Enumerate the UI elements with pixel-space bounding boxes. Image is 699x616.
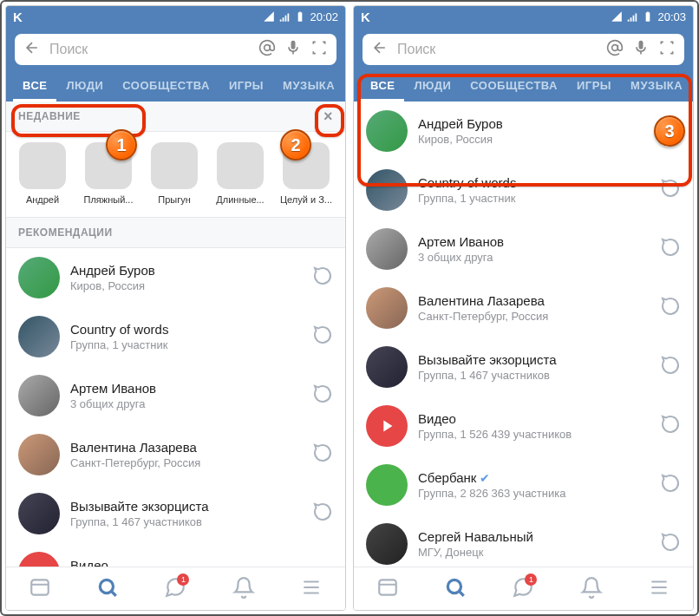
tab-communities[interactable]: СООБЩЕСТВА xyxy=(461,70,567,102)
message-icon[interactable] xyxy=(660,296,681,320)
phone-right: K 20:03 Поиск xyxy=(353,5,694,611)
list-item[interactable]: Country of words Группа, 1 участник xyxy=(354,161,693,220)
item-title: Артем Иванов xyxy=(418,234,650,249)
item-title: Валентина Лазарева xyxy=(418,293,650,308)
nav-menu-icon[interactable] xyxy=(300,576,323,602)
at-icon[interactable] xyxy=(606,39,624,60)
recent-item[interactable]: Длинные... xyxy=(212,142,268,205)
message-icon[interactable] xyxy=(660,532,681,556)
list-item[interactable]: Видео Группа, 1 526 439 участников xyxy=(6,543,345,567)
recents-header: НЕДАВНИЕ × xyxy=(6,102,345,132)
svg-rect-4 xyxy=(379,580,396,594)
list-item[interactable]: Видео Группа, 1 526 439 участников xyxy=(354,396,693,455)
list-item[interactable]: Сбербанк✔ Группа, 2 826 363 участника xyxy=(354,455,693,514)
tab-all[interactable]: ВСЕ xyxy=(13,70,56,102)
signal-icon xyxy=(263,10,275,23)
item-title: Country of words xyxy=(418,175,650,190)
tab-music[interactable]: МУЗЫКА xyxy=(273,70,344,102)
qr-icon[interactable] xyxy=(658,39,676,60)
nav-messages-icon[interactable]: 1 xyxy=(164,576,186,602)
recent-thumb xyxy=(85,142,132,189)
search-wrap: Поиск xyxy=(354,27,693,70)
item-sub: Группа, 1 526 439 участников xyxy=(418,428,650,441)
search-bar[interactable]: Поиск xyxy=(363,34,684,65)
item-sub: Киров, Россия xyxy=(70,279,302,292)
nav-notifications-icon[interactable] xyxy=(232,576,255,602)
message-icon[interactable] xyxy=(660,119,681,143)
message-icon[interactable] xyxy=(312,383,333,408)
nav-messages-icon[interactable]: 1 xyxy=(512,576,534,602)
avatar xyxy=(366,405,408,447)
avatar xyxy=(366,346,408,388)
status-k: K xyxy=(361,10,370,24)
item-sub: Группа, 1 467 участников xyxy=(418,369,650,382)
qr-icon[interactable] xyxy=(310,39,328,60)
status-time: 20:03 xyxy=(657,10,686,23)
mic-icon[interactable] xyxy=(284,39,302,60)
message-icon[interactable] xyxy=(660,355,681,379)
nav-search-icon[interactable] xyxy=(444,576,467,602)
nav-search-icon[interactable] xyxy=(96,576,119,602)
avatar xyxy=(366,169,408,211)
tab-games[interactable]: ИГРЫ xyxy=(219,70,273,102)
list-item[interactable]: Country of words Группа, 1 участник xyxy=(6,307,345,366)
nav-badge: 1 xyxy=(525,573,537,586)
avatar xyxy=(18,375,60,416)
message-icon[interactable] xyxy=(660,178,681,202)
list-item[interactable]: Вызывайте экзорциста Группа, 1 467 участ… xyxy=(6,484,345,543)
item-title: Андрей Буров xyxy=(70,263,302,278)
back-icon[interactable] xyxy=(371,39,389,60)
list-item[interactable]: Вызывайте экзорциста Группа, 1 467 участ… xyxy=(354,337,693,396)
message-icon[interactable] xyxy=(660,237,681,261)
recents-row[interactable]: Андрей Пляжный... Прыгун Длинные... Целу… xyxy=(6,132,345,218)
signal-icon xyxy=(611,10,623,23)
tab-music[interactable]: МУЗЫКА xyxy=(621,70,692,102)
recent-item[interactable]: Пляжный... xyxy=(81,142,136,205)
search-input[interactable]: Поиск xyxy=(397,42,598,57)
clear-recents-icon[interactable]: × xyxy=(323,110,333,122)
message-icon[interactable] xyxy=(660,473,681,497)
list-item[interactable]: Артем Иванов 3 общих друга xyxy=(6,366,345,425)
cellular-icon xyxy=(278,10,291,23)
tab-games[interactable]: ИГРЫ xyxy=(567,70,621,102)
item-sub: Группа, 1 участник xyxy=(70,338,302,351)
list-item[interactable]: Андрей Буров Киров, Россия xyxy=(354,102,693,161)
search-bar[interactable]: Поиск xyxy=(15,34,336,65)
message-icon[interactable] xyxy=(312,501,333,526)
list-item[interactable]: Андрей Буров Киров, Россия xyxy=(6,248,345,307)
message-icon[interactable] xyxy=(312,324,333,349)
tab-people[interactable]: ЛЮДИ xyxy=(56,70,113,102)
message-icon[interactable] xyxy=(660,414,681,438)
list-item[interactable]: Артем Иванов 3 общих друга xyxy=(354,220,693,279)
avatar xyxy=(366,464,408,506)
svg-point-2 xyxy=(101,580,114,593)
recent-label: Прыгун xyxy=(158,194,191,205)
recent-item[interactable]: Андрей xyxy=(15,142,70,205)
mic-icon[interactable] xyxy=(632,39,650,60)
item-sub: Санкт-Петербург, Россия xyxy=(70,456,302,469)
list-item[interactable]: Сергей Навальный МГУ, Донецк xyxy=(354,514,693,567)
tab-people[interactable]: ЛЮДИ xyxy=(404,70,461,102)
svg-point-0 xyxy=(265,45,271,51)
nav-menu-icon[interactable] xyxy=(648,576,670,602)
recent-item[interactable]: Целуй и З... xyxy=(278,142,334,205)
nav-news-icon[interactable] xyxy=(29,576,51,602)
nav-news-icon[interactable] xyxy=(376,576,399,602)
item-sub: Санкт-Петербург, Россия xyxy=(418,310,650,323)
back-icon[interactable] xyxy=(23,39,41,60)
bottom-nav: 1 xyxy=(6,567,345,610)
item-sub: 3 общих друга xyxy=(70,397,302,410)
message-icon[interactable] xyxy=(312,442,333,467)
svg-point-5 xyxy=(448,580,461,593)
list-item[interactable]: Валентина Лазарева Санкт-Петербург, Росс… xyxy=(6,425,345,484)
avatar xyxy=(18,316,60,357)
search-input[interactable]: Поиск xyxy=(49,42,250,57)
tab-communities[interactable]: СООБЩЕСТВА xyxy=(113,70,219,102)
at-icon[interactable] xyxy=(258,39,276,60)
message-icon[interactable] xyxy=(312,265,333,290)
recent-item[interactable]: Прыгун xyxy=(147,142,202,205)
tab-all[interactable]: ВСЕ xyxy=(361,70,404,102)
svg-point-3 xyxy=(612,45,618,51)
list-item[interactable]: Валентина Лазарева Санкт-Петербург, Росс… xyxy=(354,279,693,337)
nav-notifications-icon[interactable] xyxy=(580,576,603,602)
